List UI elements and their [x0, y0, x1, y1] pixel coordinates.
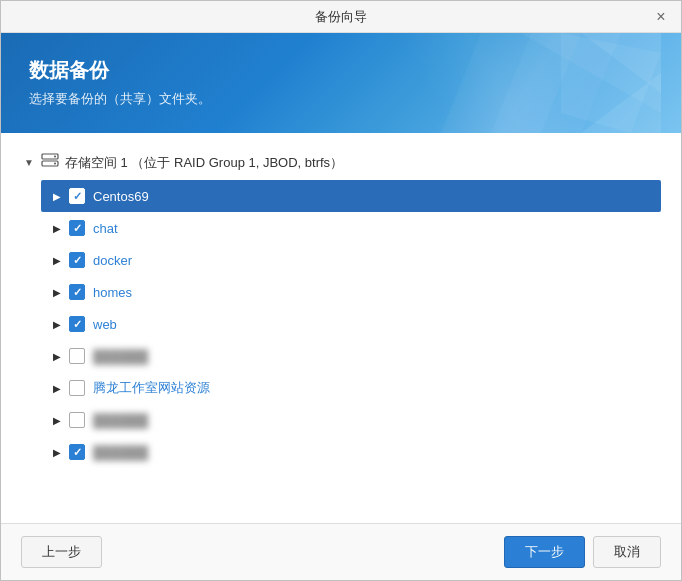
item-expand-arrow[interactable]: ▶: [49, 380, 65, 396]
item-label: 腾龙工作室网站资源: [93, 379, 210, 397]
item-checkbox[interactable]: [69, 252, 85, 268]
list-item[interactable]: ▶docker: [41, 244, 661, 276]
item-checkbox[interactable]: [69, 444, 85, 460]
svg-marker-1: [521, 33, 661, 113]
storage-label: ▼ 存储空间 1 （位于 RAID Group 1, JBOD, btrfs）: [21, 149, 661, 176]
item-list: ▶Centos69▶chat▶docker▶homes▶web▶██████▶腾…: [41, 180, 661, 468]
item-label: ██████: [93, 445, 148, 460]
item-checkbox[interactable]: [69, 348, 85, 364]
list-item[interactable]: ▶██████: [41, 340, 661, 372]
footer-right: 下一步 取消: [504, 536, 661, 568]
title-bar: 备份向导 ×: [1, 1, 681, 33]
item-expand-arrow[interactable]: ▶: [49, 252, 65, 268]
svg-marker-0: [581, 33, 661, 93]
list-item[interactable]: ▶chat: [41, 212, 661, 244]
item-expand-arrow[interactable]: ▶: [49, 348, 65, 364]
item-expand-arrow[interactable]: ▶: [49, 412, 65, 428]
item-checkbox[interactable]: [69, 412, 85, 428]
backup-wizard-dialog: 备份向导 × 数据备份 选择要备份的（共享）文件夹。 ▼: [0, 0, 682, 581]
item-label: homes: [93, 285, 132, 300]
storage-name: 存储空间 1 （位于 RAID Group 1, JBOD, btrfs）: [65, 154, 343, 172]
svg-point-8: [54, 156, 56, 158]
item-checkbox[interactable]: [69, 188, 85, 204]
svg-marker-3: [441, 33, 581, 133]
item-checkbox[interactable]: [69, 380, 85, 396]
banner-decoration: [381, 33, 661, 133]
list-item[interactable]: ▶Centos69: [41, 180, 661, 212]
item-checkbox[interactable]: [69, 284, 85, 300]
item-label: web: [93, 317, 117, 332]
item-checkbox[interactable]: [69, 220, 85, 236]
storage-group: ▼ 存储空间 1 （位于 RAID Group 1, JBOD, btrfs） …: [21, 149, 661, 468]
item-checkbox[interactable]: [69, 316, 85, 332]
item-label: Centos69: [93, 189, 149, 204]
svg-marker-4: [491, 33, 621, 133]
header-banner: 数据备份 选择要备份的（共享）文件夹。: [1, 33, 681, 133]
svg-marker-2: [581, 73, 661, 133]
svg-marker-5: [561, 33, 661, 133]
footer-left: 上一步: [21, 536, 102, 568]
item-expand-arrow[interactable]: ▶: [49, 316, 65, 332]
item-label: ██████: [93, 413, 148, 428]
close-button[interactable]: ×: [651, 7, 671, 27]
list-item[interactable]: ▶homes: [41, 276, 661, 308]
item-label: ██████: [93, 349, 148, 364]
list-item[interactable]: ▶██████: [41, 436, 661, 468]
header-subtitle: 选择要备份的（共享）文件夹。: [29, 90, 653, 108]
next-button[interactable]: 下一步: [504, 536, 585, 568]
footer: 上一步 下一步 取消: [1, 523, 681, 580]
svg-point-9: [54, 163, 56, 165]
item-expand-arrow[interactable]: ▶: [49, 188, 65, 204]
dialog-title: 备份向导: [315, 8, 367, 26]
item-expand-arrow[interactable]: ▶: [49, 220, 65, 236]
item-expand-arrow[interactable]: ▶: [49, 284, 65, 300]
item-label: docker: [93, 253, 132, 268]
storage-icon: [41, 153, 59, 172]
list-item[interactable]: ▶腾龙工作室网站资源: [41, 372, 661, 404]
content-area: ▼ 存储空间 1 （位于 RAID Group 1, JBOD, btrfs） …: [1, 133, 681, 523]
header-title: 数据备份: [29, 57, 653, 84]
list-item[interactable]: ▶web: [41, 308, 661, 340]
list-item[interactable]: ▶██████: [41, 404, 661, 436]
item-expand-arrow[interactable]: ▶: [49, 444, 65, 460]
cancel-button[interactable]: 取消: [593, 536, 661, 568]
item-label: chat: [93, 221, 118, 236]
storage-expand-arrow[interactable]: ▼: [21, 155, 37, 171]
prev-button[interactable]: 上一步: [21, 536, 102, 568]
